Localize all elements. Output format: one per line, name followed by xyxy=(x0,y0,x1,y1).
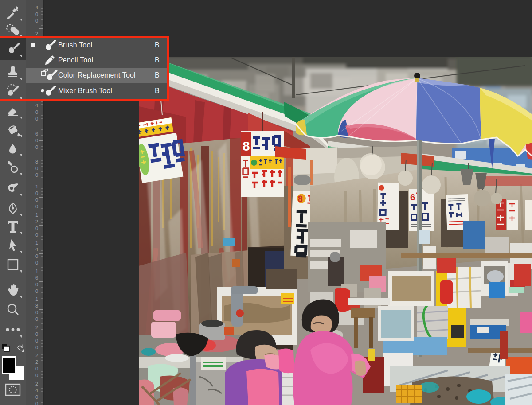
svg-text:8: 8 xyxy=(243,139,250,153)
svg-text:6: 6 xyxy=(410,192,415,202)
svg-text:8: 8 xyxy=(297,194,303,203)
